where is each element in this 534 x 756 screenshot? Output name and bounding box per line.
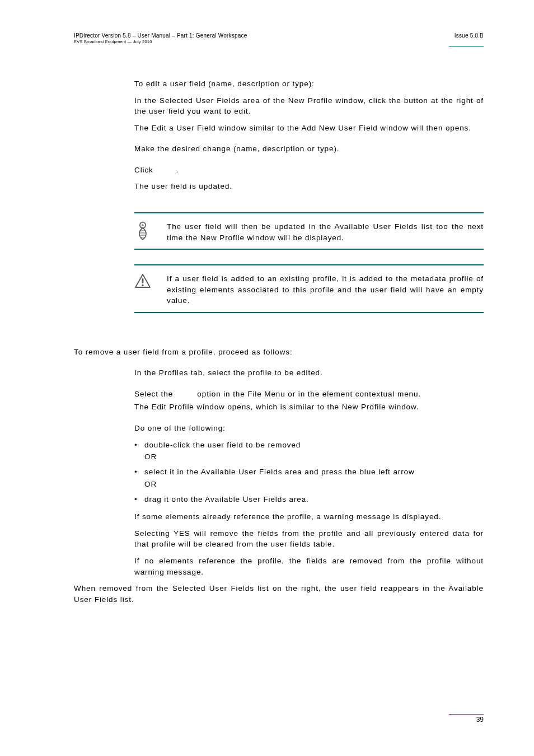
- or-1: OR: [144, 452, 484, 461]
- remove-warning-msg: If some elements already reference the p…: [134, 511, 484, 522]
- remove-yes: Selecting YES will remove the fields fro…: [134, 528, 484, 550]
- note-bottom-rule: [134, 249, 484, 250]
- remove-intro: To remove a user field from a profile, p…: [74, 347, 484, 358]
- warning-icon: [134, 273, 167, 289]
- edit-window-opens: The Edit a User Field window similar to …: [134, 123, 484, 134]
- remove-step2: Select the option in the File Menu or in…: [134, 389, 484, 400]
- note-info: The user field will then be updated in t…: [134, 212, 484, 250]
- bullet-drag: • drag it onto the Available User Fields…: [134, 494, 484, 505]
- doc-title: IPDirector Version 5.8 – User Manual – P…: [74, 32, 247, 39]
- issue-label: Issue 5.8.B: [455, 32, 484, 39]
- remove-step3: Do one of the following:: [134, 423, 484, 434]
- svg-point-1: [142, 224, 143, 226]
- bullet-glyph: •: [134, 440, 144, 451]
- bullet-glyph-3: •: [134, 494, 144, 505]
- page-number: 39: [449, 716, 484, 724]
- bullet-select-arrow-text: select it in the Available User Fields a…: [144, 466, 484, 478]
- svg-point-3: [142, 284, 143, 286]
- doc-subtitle: EVS Broadcast Equipment — July 2010: [74, 39, 247, 44]
- header-rule: [449, 46, 484, 46]
- bullet-drag-text: drag it onto the Available User Fields a…: [144, 494, 484, 505]
- svg-rect-2: [142, 278, 144, 283]
- page-footer: 39: [449, 714, 484, 724]
- note-info-text: The user field will then be updated in t…: [167, 221, 484, 243]
- bullet-doubleclick-text: double-click the user field to be remove…: [144, 440, 484, 451]
- bullet-glyph-2: •: [134, 466, 144, 478]
- edit-make-change: Make the desired change (name, descripti…: [134, 143, 484, 155]
- remove-closing: When removed from the Selected User Fiel…: [74, 583, 484, 605]
- edit-updated: The user field is updated.: [134, 181, 484, 192]
- page-header: IPDirector Version 5.8 – User Manual – P…: [74, 32, 484, 44]
- edit-click: Click .: [134, 165, 484, 176]
- click-label-b: .: [176, 166, 179, 174]
- click-label-a: Click: [134, 166, 156, 174]
- remove-no-ref: If no elements reference the profile, th…: [134, 556, 484, 577]
- or-2: OR: [144, 480, 484, 488]
- remove-step2c: The Edit Profile window opens, which is …: [134, 402, 484, 413]
- remove-step1: In the Profiles tab, select the profile …: [134, 367, 484, 379]
- remove-step2-b: option in the File Menu or in the elemen…: [195, 390, 421, 398]
- bullet-doubleclick: • double-click the user field to be remo…: [134, 440, 484, 451]
- note-warning-text: If a user field is added to an existing …: [167, 273, 484, 306]
- edit-step-selected-area: In the Selected User Fields area of the …: [134, 95, 484, 117]
- note-warning: If a user field is added to an existing …: [134, 264, 484, 313]
- header-left: IPDirector Version 5.8 – User Manual – P…: [74, 32, 247, 44]
- edit-intro: To edit a user field (name, description …: [134, 78, 484, 90]
- info-icon: [134, 221, 167, 241]
- footer-rule: [449, 714, 484, 715]
- remove-step2-a: Select the: [134, 390, 176, 398]
- bullet-select-arrow: • select it in the Available User Fields…: [134, 466, 484, 478]
